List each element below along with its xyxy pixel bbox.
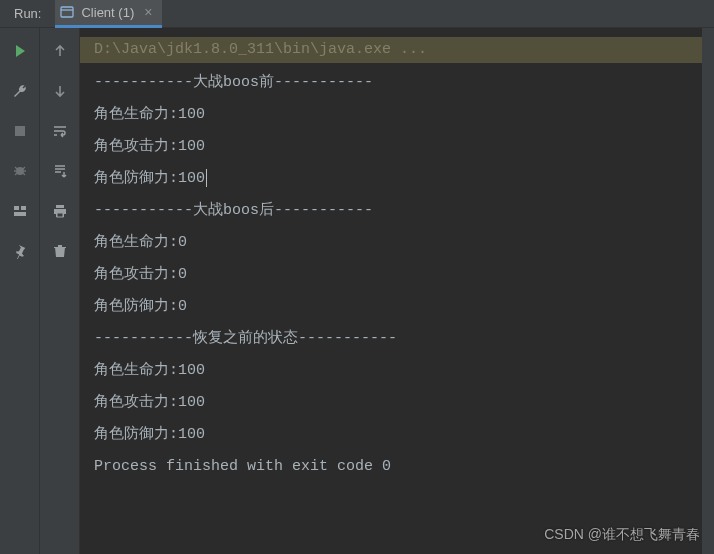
bug-stop-icon[interactable] bbox=[11, 162, 29, 180]
console-line: 角色防御力:0 bbox=[80, 291, 714, 323]
command-line: D:\Java\jdk1.8.0_311\bin\java.exe ... bbox=[80, 37, 714, 63]
window-icon bbox=[59, 4, 75, 20]
run-icon[interactable] bbox=[11, 42, 29, 60]
svg-rect-12 bbox=[14, 212, 26, 216]
arrow-down-icon[interactable] bbox=[51, 82, 69, 100]
svg-rect-11 bbox=[21, 206, 26, 210]
svg-rect-10 bbox=[14, 206, 19, 210]
run-tab[interactable]: Client (1) × bbox=[55, 0, 162, 28]
console-line: 角色防御力:100 bbox=[80, 163, 714, 195]
console-output[interactable]: D:\Java\jdk1.8.0_311\bin\java.exe ... --… bbox=[80, 28, 714, 554]
svg-rect-2 bbox=[15, 126, 25, 136]
svg-line-6 bbox=[15, 167, 17, 169]
left-toolbar bbox=[0, 28, 40, 554]
trash-icon[interactable] bbox=[51, 242, 69, 260]
text-cursor bbox=[206, 169, 207, 187]
console-line: 角色生命力:100 bbox=[80, 355, 714, 387]
console-line: 角色生命力:0 bbox=[80, 227, 714, 259]
print-icon[interactable] bbox=[51, 202, 69, 220]
console-line: 角色攻击力:100 bbox=[80, 387, 714, 419]
scroll-end-icon[interactable] bbox=[51, 162, 69, 180]
arrow-up-icon[interactable] bbox=[51, 42, 69, 60]
scrollbar[interactable] bbox=[702, 28, 714, 554]
watermark: CSDN @谁不想飞舞青春 bbox=[544, 526, 700, 544]
pin-icon[interactable] bbox=[11, 242, 29, 260]
svg-line-8 bbox=[15, 173, 17, 175]
console-line: 角色防御力:100 bbox=[80, 419, 714, 451]
wrap-icon[interactable] bbox=[51, 122, 69, 140]
tool-window-header: Run: Client (1) × bbox=[0, 0, 714, 28]
close-icon[interactable]: × bbox=[144, 4, 152, 20]
svg-rect-13 bbox=[57, 213, 63, 217]
console-line: -----------大战boos后----------- bbox=[80, 195, 714, 227]
svg-line-7 bbox=[23, 167, 25, 169]
console-line: -----------大战boos前----------- bbox=[80, 67, 714, 99]
tab-label: Client (1) bbox=[81, 5, 134, 20]
stop-icon[interactable] bbox=[11, 122, 29, 140]
console-line: 角色生命力:100 bbox=[80, 99, 714, 131]
run-label: Run: bbox=[0, 6, 55, 21]
console-line: -----------恢复之前的状态----------- bbox=[80, 323, 714, 355]
console-line: 角色攻击力:0 bbox=[80, 259, 714, 291]
console-line: 角色攻击力:100 bbox=[80, 131, 714, 163]
svg-line-9 bbox=[23, 173, 25, 175]
console-toolbar bbox=[40, 28, 80, 554]
layout-icon[interactable] bbox=[11, 202, 29, 220]
svg-rect-0 bbox=[61, 7, 73, 17]
console-line: Process finished with exit code 0 bbox=[80, 451, 714, 483]
wrench-icon[interactable] bbox=[11, 82, 29, 100]
svg-point-3 bbox=[16, 167, 24, 175]
